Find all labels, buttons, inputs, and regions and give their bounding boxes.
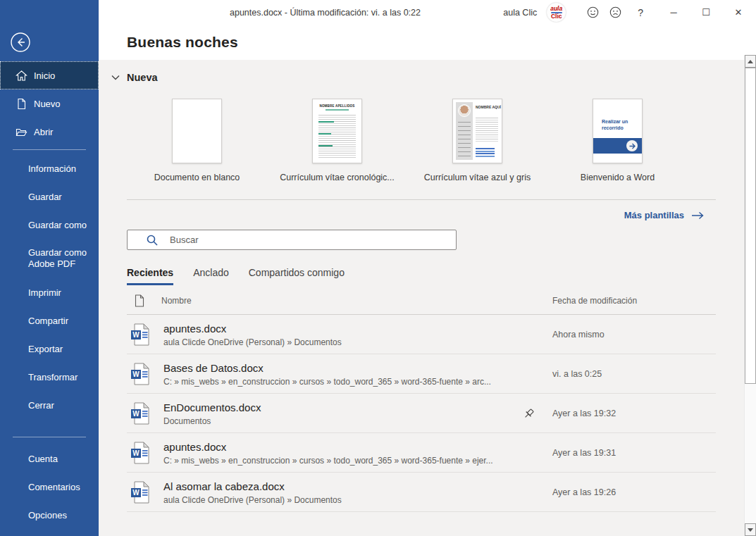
- more-templates-link[interactable]: Más plantillas: [624, 210, 704, 220]
- template-label: Currículum vítae azul y gris: [424, 173, 531, 182]
- sidebar-item-nuevo[interactable]: Nuevo: [0, 89, 99, 118]
- account-name[interactable]: aula Clic: [503, 8, 537, 18]
- close-button[interactable]: ✕: [726, 4, 750, 21]
- template-gallery: Documento en blanco NOMBRE APELLIDOS Cur…: [99, 83, 716, 182]
- svg-text:W: W: [132, 489, 140, 497]
- sidebar-item-compartir[interactable]: Compartir: [0, 306, 99, 335]
- file-date: Ayer a las 19:26: [552, 487, 616, 497]
- column-header-fecha[interactable]: Fecha de modificación: [552, 296, 637, 306]
- file-date: vi. a las 0:25: [552, 369, 602, 379]
- file-row[interactable]: W Al asomar la cabeza.docx aula Clicde O…: [127, 473, 716, 512]
- back-button[interactable]: [10, 32, 31, 53]
- more-templates-label: Más plantillas: [624, 210, 684, 220]
- sidebar-divider: [13, 149, 86, 150]
- home-icon: [16, 70, 27, 82]
- back-arrow-icon: [10, 32, 31, 53]
- scroll-down-button[interactable]: [745, 523, 756, 536]
- search-input[interactable]: [170, 235, 456, 245]
- file-table-header: Nombre Fecha de modificación: [127, 287, 716, 315]
- sidebar-item-cerrar[interactable]: Cerrar: [0, 391, 99, 419]
- help-button[interactable]: ?: [638, 7, 643, 18]
- vertical-scrollbar[interactable]: [744, 55, 756, 536]
- maximize-button[interactable]: ☐: [694, 4, 718, 21]
- file-name: EnDocumentos.docx: [163, 401, 261, 414]
- minimize-button[interactable]: ─: [662, 4, 686, 21]
- new-section-header[interactable]: Nueva: [99, 60, 744, 83]
- tab-anclado[interactable]: Anclado: [193, 267, 229, 285]
- sidebar-item-label: Inicio: [34, 70, 55, 81]
- file-row[interactable]: W EnDocumentos.docx Documentos Ayer a la…: [127, 394, 716, 433]
- sidebar-item-comentarios[interactable]: Comentarios: [0, 473, 99, 501]
- search-box[interactable]: [127, 230, 457, 250]
- template-bienvenido-word[interactable]: Realizar un recorrido Bienvenido a Word: [547, 99, 688, 182]
- file-date: Ayer a las 19:31: [552, 448, 616, 458]
- file-row[interactable]: W apuntes.docx aula Clicde OneDrive (Per…: [127, 315, 716, 354]
- tab-recientes[interactable]: Recientes: [127, 267, 173, 285]
- sidebar-item-guardar-como[interactable]: Guardar como: [0, 211, 99, 239]
- feedback-smile-icon[interactable]: [586, 6, 599, 19]
- file-location: C: » mis_webs » en_construccion » cursos…: [163, 377, 491, 387]
- search-icon: [147, 235, 158, 246]
- feedback-frown-icon[interactable]: [609, 6, 621, 19]
- template-label: Currículum vítae cronológic...: [280, 173, 395, 182]
- sidebar-item-transformar[interactable]: Transformar: [0, 363, 99, 391]
- greeting-text: Buenas noches: [127, 34, 238, 51]
- sidebar-item-opciones[interactable]: Opciones: [0, 501, 99, 529]
- sidebar-item-label: Opciones: [28, 510, 67, 521]
- arrow-right-icon: [691, 211, 704, 220]
- sidebar-item-cuenta[interactable]: Cuenta: [0, 444, 99, 473]
- sidebar-item-abrir[interactable]: Abrir: [0, 118, 99, 146]
- open-folder-icon: [16, 126, 27, 138]
- svg-text:W: W: [132, 370, 140, 378]
- column-header-nombre[interactable]: Nombre: [161, 296, 192, 306]
- sidebar-item-label: Guardar como: [28, 220, 87, 230]
- scroll-up-button[interactable]: [745, 55, 756, 68]
- sidebar-item-label: Abrir: [34, 127, 53, 137]
- file-location: aula Clicde OneDrive (Personal) » Docume…: [163, 495, 342, 505]
- chevron-down-icon: [111, 75, 120, 80]
- aulaclic-logo[interactable]: aula Clic: [547, 3, 566, 22]
- sidebar-item-imprimir[interactable]: Imprimir: [0, 278, 99, 306]
- sidebar-item-informacion[interactable]: Información: [0, 154, 99, 182]
- file-row[interactable]: W Bases de Datos.docx C: » mis_webs » en…: [127, 354, 716, 394]
- template-blank-document[interactable]: Documento en blanco: [127, 99, 267, 182]
- sidebar-item-exportar[interactable]: Exportar: [0, 335, 99, 363]
- sidebar-item-label: Transformar: [28, 372, 78, 382]
- template-label: Bienvenido a Word: [581, 173, 655, 182]
- thumb-avatar: [458, 104, 471, 117]
- word-file-icon: W: [130, 442, 150, 464]
- home-content: Nueva Documento en blanco NOMBRE APELLID…: [99, 60, 744, 536]
- sidebar-item-inicio[interactable]: Inicio: [0, 61, 99, 89]
- file-location: aula Clicde OneDrive (Personal) » Docume…: [163, 337, 342, 347]
- template-cv-azul-gris[interactable]: NOMBRE AQUÍ Currículum vítae azul y gris: [407, 99, 547, 182]
- triangle-down-icon: [748, 528, 753, 532]
- sidebar-item-label: Nuevo: [34, 99, 61, 109]
- template-thumbnail-tour: Realizar un recorrido: [593, 99, 643, 163]
- file-location: C: » mis_webs » en_construccion » cursos…: [163, 456, 493, 466]
- sidebar-item-guardar[interactable]: Guardar: [0, 182, 99, 211]
- svg-text:W: W: [132, 410, 140, 418]
- sidebar-item-label: Imprimir: [28, 287, 61, 298]
- file-row[interactable]: W apuntes.docx C: » mis_webs » en_constr…: [127, 433, 716, 473]
- sidebar-item-label: Comentarios: [28, 482, 80, 492]
- triangle-up-icon: [748, 60, 753, 63]
- new-section-label: Nueva: [127, 72, 158, 83]
- tab-compartidos-conmigo[interactable]: Compartidos conmigo: [249, 267, 345, 285]
- template-cv-cronologico[interactable]: NOMBRE APELLIDOS Currículum vítae cronol…: [267, 99, 407, 182]
- word-backstage-window: Inicio Nuevo Abrir Información Guardar G…: [0, 0, 756, 536]
- thumb-title-text: NOMBRE AQUÍ: [476, 105, 501, 109]
- new-document-icon: [16, 98, 27, 110]
- pin-icon[interactable]: [523, 408, 535, 420]
- sidebar-item-guardar-como-adobe-pdf[interactable]: Guardar como Adobe PDF: [0, 239, 99, 278]
- svg-text:W: W: [132, 449, 140, 457]
- template-thumbnail-cv-green: NOMBRE APELLIDOS: [312, 99, 362, 163]
- word-file-icon: W: [130, 363, 150, 385]
- template-label: Documento en blanco: [154, 173, 240, 182]
- document-icon: [134, 294, 145, 307]
- word-file-icon: W: [130, 402, 150, 425]
- sidebar-item-label: Información: [28, 163, 76, 174]
- scrollbar-thumb[interactable]: [745, 68, 756, 384]
- sidebar-item-label: Compartir: [28, 316, 68, 326]
- file-name: apuntes.docx: [163, 322, 342, 335]
- greeting-band: Buenas noches: [99, 25, 756, 60]
